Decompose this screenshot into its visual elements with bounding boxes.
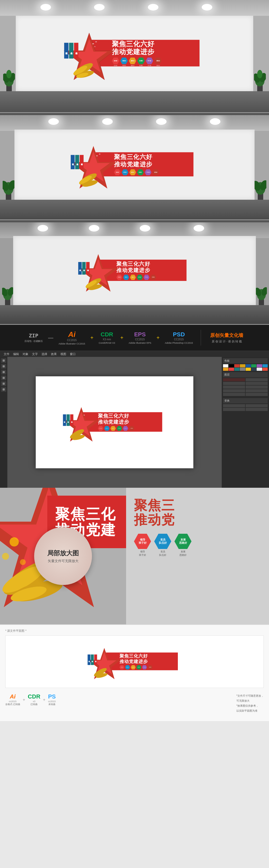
ceiling-light-2 (94, 4, 105, 10)
banner-subtitle: 推动党建进步 (112, 48, 197, 56)
ai-canvas-area: 聚焦三化六好 推动党建进步 宣传好 联系好 服务好 发展好 学习好 党风好 (0, 357, 269, 488)
room-wall-3: 聚焦三化六好 推动党建进步 宣传好 联系好 服务好 发展好 学习好 党风好 (13, 236, 256, 305)
sw-main-title: 原创矢量文化墙 (210, 332, 243, 339)
detail-section: 聚焦三化 推动党建 局部放大图 矢量文件可无限放大 聚焦三 推动党 领导班子好 … (0, 488, 269, 624)
hex-item-4: 发展好 发展好 (137, 57, 145, 66)
source-ai-version: cc2015 (9, 700, 16, 703)
source-ps-icon: PS (48, 693, 56, 700)
ai-swatches (223, 364, 268, 371)
ceiling-light-5 (48, 118, 59, 125)
ai-menu-view[interactable]: 视图 (59, 352, 68, 356)
sw-plus-2: + (119, 335, 125, 341)
sw-psd: PSD CC2015 Adobe Photoshop CC2015 (161, 331, 197, 344)
ai-menu-file[interactable]: 文件 (2, 352, 11, 356)
svg-point-52 (9, 537, 19, 546)
eps-version: CC2015 (135, 338, 145, 341)
cdr-label: CorelDRAW X3 (99, 342, 115, 344)
ai-menu-window[interactable]: 窗口 (68, 352, 77, 356)
ai-menu-object[interactable]: 对象 (21, 352, 30, 356)
ceiling-light-9 (38, 225, 48, 231)
ai-menu-edit[interactable]: 编辑 (11, 352, 21, 356)
source-ps-label: 未转曲 (48, 703, 56, 706)
sw-cdr: CDR X3 mm CorelDRAW X3 (95, 331, 119, 344)
ai-menu-text[interactable]: 文字 (31, 352, 39, 356)
svg-point-15 (257, 70, 262, 78)
sw-ai: Ai CC2015 Adobe Illustrator CC2015 (55, 330, 89, 345)
psd-label: Adobe Photoshop CC2015 (165, 342, 193, 344)
detail-left: 聚焦三化 推动党建 局部放大图 矢量文件可无限放大 (0, 488, 126, 624)
sw-separator-minus: — (47, 335, 55, 341)
culture-wall-display-1: 聚焦三化六好 推动党建进步 宣传好 宣传好 联系好 联系好 服务好 (64, 32, 205, 75)
cdr-version: X3 mm (103, 338, 111, 341)
room-wall-2: 聚焦三化六好 推动党建进步 宣传好 联系好 服务好 发展好 学习好 党风好 (14, 129, 255, 200)
ceiling-light-11 (140, 225, 150, 231)
hex-item-3: 服务好 服务好 (129, 57, 136, 66)
ai-panel-transform: 变换 (223, 398, 268, 403)
detail-title-partial: 聚焦三化 (55, 506, 126, 522)
room-ceiling-3 (0, 222, 269, 238)
detail-hex-3: 发展思路好 发展思路好 (174, 534, 192, 557)
ai-icon: Ai (68, 330, 76, 339)
ai-tool-zoom[interactable] (1, 387, 6, 392)
ai-version: CC2015 (67, 339, 77, 342)
source-section: * 源文件平面图 * 聚焦三化六好 推动党建进步 宣传好 联系好 服务好 发展好… (0, 624, 269, 721)
svg-point-54 (20, 559, 26, 565)
source-cdr-box: CDR x3 已转曲 (28, 693, 40, 706)
room-mockup-2: 聚焦三化六好 推动党建进步 宣传好 联系好 服务好 发展好 学习好 党风好 (0, 115, 269, 220)
source-cdr-icon: CDR (28, 693, 40, 700)
source-ps-version: cc2015 (48, 700, 56, 703)
ai-right-panel: 色板 图层 (222, 357, 269, 488)
room-floor-3 (0, 305, 269, 324)
sw-eps: EPS CC2015 Adobe Illustrator EPS (125, 331, 155, 344)
plant-left-1 (3, 66, 15, 93)
software-bar: ZIP 压缩包 · 右键解压 — Ai CC2015 Adobe Illustr… (0, 325, 269, 351)
cdr-icon: CDR (101, 331, 113, 338)
ai-tool-select[interactable] (1, 358, 6, 363)
source-ai-box: Ai cc2015 全格式·已转曲 (5, 693, 20, 706)
detail-right-title1: 聚焦三 (134, 498, 261, 513)
psd-version: CC2015 (174, 338, 184, 341)
ai-menu-select[interactable]: 选择 (40, 352, 49, 356)
hex-item-2: 联系好 联系好 (120, 57, 128, 66)
eps-label: Adobe Illustrator EPS (129, 342, 151, 344)
source-notes: *文件尺寸可随意更改， 可无限放大 *效果图仅供参考， 以实际平面图为准 (236, 693, 264, 713)
ai-tool-pen[interactable] (1, 364, 6, 369)
hex-item-6: 党风好 党风好 (154, 57, 162, 66)
hexagon-2: 联系好 (120, 57, 128, 64)
source-flat-preview: 聚焦三化六好 推动党建进步 宣传好 联系好 服务好 发展好 学习好 党风好 (5, 636, 264, 688)
sw-zip: ZIP 压缩包 · 右键解压 (21, 333, 47, 343)
vert-tags-2: 规范化 信息化 标准化 (71, 155, 83, 169)
source-cdr-version: x3 (33, 700, 35, 703)
vertical-tags: 规范化 信息化 标准化 (64, 42, 78, 58)
hexagon-5: 学习好 (146, 57, 154, 64)
sw-divider (201, 330, 201, 346)
vert-tag-1: 规范化 (64, 42, 69, 58)
detail-hex-row: 领导班子好 领导班子好 党员队伍好 党员队伍好 发展思路好 发展思路好 (134, 534, 261, 557)
ai-tool-shape[interactable] (1, 375, 6, 380)
section-divider-1 (0, 113, 269, 115)
ai-menu-effect[interactable]: 效果 (49, 352, 58, 356)
plant-left-2 (3, 175, 14, 201)
sw-plus-1: + (89, 335, 95, 341)
ai-tool-text[interactable] (1, 370, 6, 374)
source-plus-1: + (23, 698, 25, 702)
detail-right: 聚焦三 推动党 领导班子好 领导班子好 党员队伍好 党员队伍好 (126, 488, 269, 624)
plant-right-1 (254, 66, 266, 93)
ai-panel-layers-content (223, 378, 268, 396)
hex-row: 宣传好 宣传好 联系好 联系好 服务好 服务好 发展好 (112, 57, 197, 66)
room-floor-1 (0, 91, 269, 112)
detail-badge-sub: 矢量文件可无限放大 (48, 559, 78, 563)
ai-tool-fill[interactable] (1, 381, 6, 386)
source-ai-icon: Ai (10, 693, 15, 700)
detail-hex-1: 领导班子好 领导班子好 (134, 534, 151, 557)
source-plus-2: + (43, 698, 45, 702)
vert-tag-3: 标准化 (74, 42, 78, 58)
sw-plus-3: + (155, 335, 161, 341)
room-floor-2 (0, 200, 269, 219)
svg-point-10 (6, 70, 11, 78)
svg-point-53 (2, 553, 9, 560)
ai-label: Adobe Illustrator CC2015 (59, 342, 85, 345)
ceiling-light-6 (102, 118, 113, 125)
ceiling-light-1 (40, 4, 51, 10)
source-sw-icons: Ai cc2015 全格式·已转曲 + CDR x3 已转曲 + PS cc20… (5, 693, 56, 706)
